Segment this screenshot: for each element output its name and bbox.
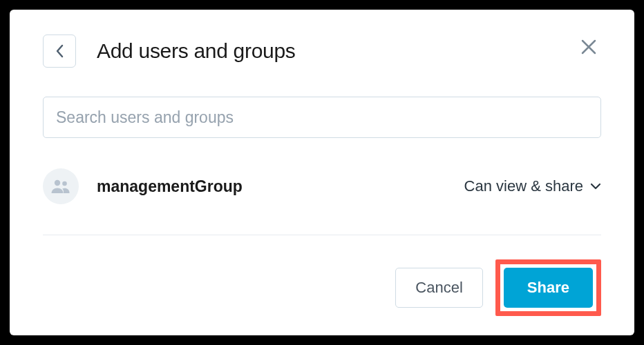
cancel-button[interactable]: Cancel <box>395 268 482 308</box>
permission-dropdown[interactable]: Can view & share <box>464 177 601 195</box>
svg-point-0 <box>55 180 60 186</box>
share-button[interactable]: Share <box>504 268 593 308</box>
close-button[interactable] <box>576 34 601 59</box>
group-row: managementGroup Can view & share <box>43 168 601 235</box>
permission-label: Can view & share <box>464 177 583 195</box>
modal-title: Add users and groups <box>97 39 296 63</box>
add-users-modal: Add users and groups managementGroup Can… <box>10 10 634 335</box>
group-name: managementGroup <box>97 177 464 196</box>
search-input[interactable] <box>43 97 601 138</box>
chevron-left-icon <box>55 44 64 58</box>
chevron-down-icon <box>590 183 601 190</box>
close-icon <box>580 38 598 56</box>
share-highlight: Share <box>495 259 601 316</box>
modal-header: Add users and groups <box>43 34 601 68</box>
back-button[interactable] <box>43 34 76 68</box>
users-icon <box>50 178 71 195</box>
modal-footer: Cancel Share <box>43 241 601 316</box>
svg-point-1 <box>62 181 67 186</box>
group-avatar <box>43 168 79 204</box>
